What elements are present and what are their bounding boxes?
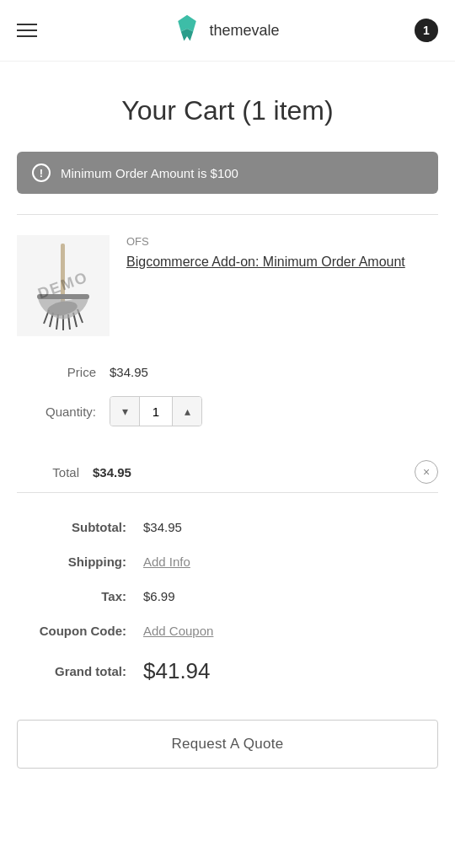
tax-row: Tax: $6.99 — [17, 579, 438, 613]
logo-text: themevale — [209, 22, 279, 40]
coupon-row: Coupon Code: Add Coupon — [17, 613, 438, 648]
quantity-input[interactable] — [139, 397, 173, 426]
request-quote-button[interactable]: Request A Quote — [17, 720, 438, 769]
price-label: Price — [17, 365, 110, 379]
total-row: Total $34.95 × — [0, 452, 455, 492]
svg-rect-11 — [37, 294, 89, 299]
subtotal-label: Subtotal: — [17, 520, 143, 534]
subtotal-row: Subtotal: $34.95 — [17, 510, 438, 544]
item-fields: Price $34.95 Quantity: ▾ ▴ — [0, 356, 455, 452]
subtotal-value: $34.95 — [143, 520, 182, 534]
quantity-label: Quantity: — [17, 405, 110, 419]
quantity-decrease-button[interactable]: ▾ — [110, 397, 139, 426]
total-label: Total — [17, 465, 93, 480]
cart-item: DEMO OFS Bigcommerce Add-on: Minimum Ord… — [0, 215, 455, 356]
warning-icon: ! — [32, 163, 51, 182]
page-title: Your Cart (1 item) — [0, 62, 455, 152]
grand-total-row: Grand total: $41.94 — [17, 648, 438, 694]
total-value: $34.95 — [93, 465, 131, 480]
cta-section: Request A Quote — [0, 703, 455, 794]
cart-badge[interactable]: 1 — [415, 19, 438, 42]
item-name[interactable]: Bigcommerce Add-on: Minimum Order Amount — [126, 253, 438, 271]
coupon-label: Coupon Code: — [17, 624, 143, 638]
quantity-row: Quantity: ▾ ▴ — [17, 388, 438, 435]
logo-icon — [172, 13, 202, 47]
tax-value: $6.99 — [143, 589, 175, 603]
tax-label: Tax: — [17, 589, 143, 603]
shipping-row: Shipping: Add Info — [17, 544, 438, 579]
summary-section: Subtotal: $34.95 Shipping: Add Info Tax:… — [0, 493, 455, 703]
warning-banner: ! Minimum Order Amount is $100 — [17, 152, 438, 194]
quantity-stepper[interactable]: ▾ ▴ — [110, 396, 202, 426]
price-row: Price $34.95 — [17, 356, 438, 388]
grand-total-label: Grand total: — [17, 664, 143, 678]
item-details: OFS Bigcommerce Add-on: Minimum Order Am… — [126, 235, 438, 336]
grand-total-value: $41.94 — [143, 658, 211, 684]
shipping-link[interactable]: Add Info — [143, 555, 190, 569]
price-value: $34.95 — [110, 365, 148, 379]
hamburger-menu[interactable] — [17, 24, 37, 37]
header: themevale 1 — [0, 0, 455, 62]
shipping-label: Shipping: — [17, 555, 143, 569]
item-image: DEMO — [17, 235, 110, 336]
quantity-increase-button[interactable]: ▴ — [173, 397, 201, 426]
total-row-inner: Total $34.95 — [17, 465, 131, 480]
add-coupon-link[interactable]: Add Coupon — [143, 624, 213, 638]
item-brand: OFS — [126, 235, 438, 248]
logo-area: themevale — [172, 13, 279, 47]
warning-text: Minimum Order Amount is $100 — [61, 166, 238, 180]
remove-item-button[interactable]: × — [415, 460, 438, 484]
